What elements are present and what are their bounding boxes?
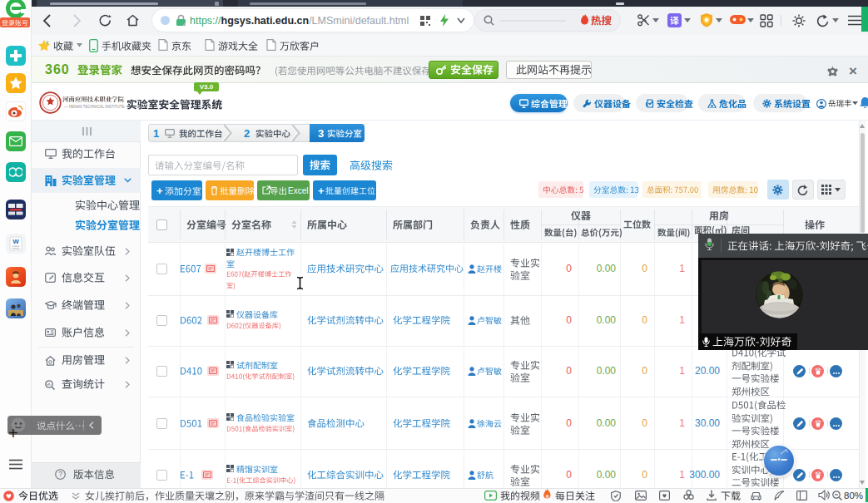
svg-text:W: W xyxy=(12,238,19,245)
svg-text:?: ? xyxy=(58,470,62,478)
